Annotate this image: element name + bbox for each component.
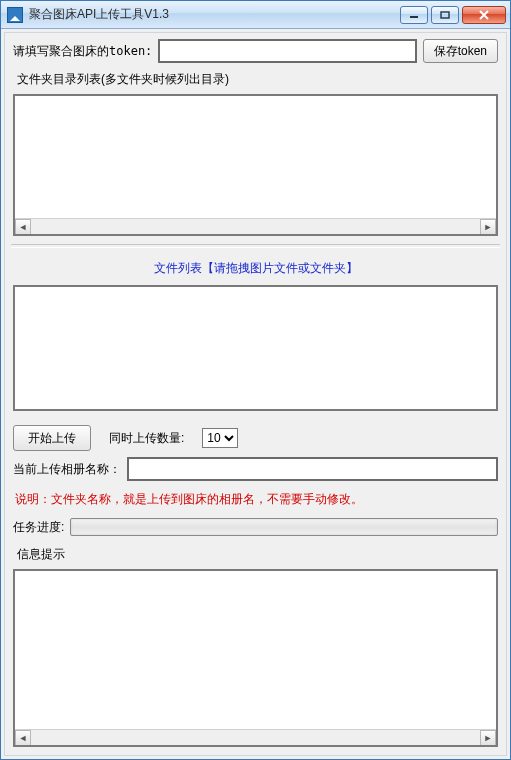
- album-name-input[interactable]: [127, 457, 498, 481]
- token-row: 请填写聚合图床的token: 保存token: [13, 39, 498, 63]
- client-area: 请填写聚合图床的token: 保存token 文件夹目录列表(多文件夹时候列出目…: [4, 32, 507, 756]
- app-icon: [7, 7, 23, 23]
- concurrent-select[interactable]: 10: [202, 428, 238, 448]
- titlebar[interactable]: 聚合图床API上传工具V1.3: [1, 1, 510, 29]
- app-window: 聚合图床API上传工具V1.3 请填写聚合图床的token: 保存token 文…: [0, 0, 511, 760]
- concurrent-label: 同时上传数量:: [109, 430, 184, 447]
- svg-rect-0: [410, 16, 418, 18]
- folder-list[interactable]: ◄ ►: [13, 94, 498, 236]
- upload-row: 开始上传 同时上传数量: 10: [13, 425, 498, 451]
- maximize-button[interactable]: [431, 6, 459, 24]
- svg-rect-1: [441, 12, 449, 18]
- token-label: 请填写聚合图床的token:: [13, 43, 152, 60]
- file-list-label: 文件列表【请拖拽图片文件或文件夹】: [13, 256, 498, 279]
- log-list[interactable]: ◄ ►: [13, 569, 498, 747]
- folder-list-label: 文件夹目录列表(多文件夹时候列出目录): [17, 71, 498, 88]
- scroll-track[interactable]: [31, 219, 480, 234]
- divider: [11, 244, 500, 248]
- scroll-right-icon[interactable]: ►: [480, 730, 496, 746]
- album-label: 当前上传相册名称：: [13, 461, 121, 478]
- start-upload-button[interactable]: 开始上传: [13, 425, 91, 451]
- scroll-left-icon[interactable]: ◄: [15, 219, 31, 235]
- log-list-hscroll[interactable]: ◄ ►: [15, 729, 496, 745]
- token-input[interactable]: [158, 39, 416, 63]
- scroll-right-icon[interactable]: ►: [480, 219, 496, 235]
- progress-bar: [70, 518, 498, 536]
- progress-label: 任务进度:: [13, 519, 64, 536]
- scroll-track[interactable]: [31, 730, 480, 745]
- scroll-left-icon[interactable]: ◄: [15, 730, 31, 746]
- note-text: 说明：文件夹名称，就是上传到图床的相册名，不需要手动修改。: [13, 487, 498, 512]
- folder-list-hscroll[interactable]: ◄ ►: [15, 218, 496, 234]
- close-button[interactable]: [462, 6, 506, 24]
- album-row: 当前上传相册名称：: [13, 457, 498, 481]
- save-token-button[interactable]: 保存token: [423, 39, 498, 63]
- window-controls: [400, 6, 506, 24]
- window-title: 聚合图床API上传工具V1.3: [29, 6, 394, 23]
- file-list[interactable]: [13, 285, 498, 411]
- progress-row: 任务进度:: [13, 518, 498, 536]
- minimize-button[interactable]: [400, 6, 428, 24]
- log-label: 信息提示: [17, 546, 498, 563]
